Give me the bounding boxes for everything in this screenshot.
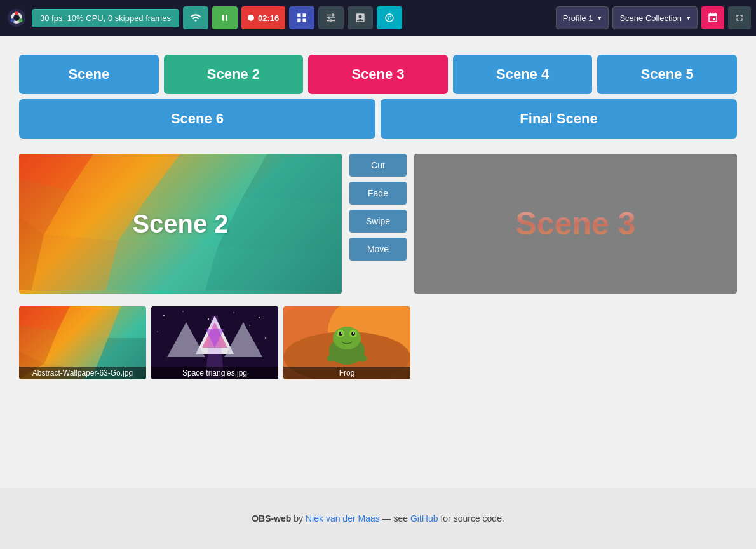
wireless-button[interactable] (183, 6, 208, 29)
plugin-button[interactable] (377, 6, 402, 29)
preview-scene2[interactable]: Scene 2 (19, 154, 342, 294)
scene-button-1[interactable]: Scene (19, 55, 159, 94)
scene-button-5[interactable]: Scene 5 (597, 55, 737, 94)
preview-area: Scene 2 Cut Fade Swipe Move Scene 3 (19, 154, 737, 294)
svg-point-41 (249, 325, 250, 326)
wireless-icon (190, 12, 201, 24)
scene-button-6[interactable]: Scene 6 (19, 99, 375, 139)
svg-point-39 (157, 331, 158, 332)
scenes-row1: Scene Scene 2 Scene 3 Scene 4 Scene 5 (19, 55, 737, 94)
svg-point-5 (19, 18, 23, 22)
profile-dropdown[interactable]: Profile 1 ▾ (556, 6, 609, 29)
svg-marker-23 (205, 247, 342, 290)
recording-button[interactable]: 02:16 (241, 6, 285, 29)
svg-point-10 (388, 18, 389, 19)
scene-button-2[interactable]: Scene 2 (164, 55, 304, 94)
scene-collection-dropdown[interactable]: Scene Collection ▾ (612, 6, 698, 29)
svg-point-40 (265, 337, 266, 339)
source-thumb-2[interactable]: Space triangles.jpg (151, 306, 278, 379)
chevron-down-icon: ▾ (598, 14, 602, 22)
transition-buttons: Cut Fade Swipe Move (349, 154, 407, 261)
svg-point-37 (233, 312, 234, 313)
scene-button-final[interactable]: Final Scene (381, 99, 737, 139)
source-thumb-1[interactable]: Abstract-Wallpaper-63-Go.jpg (19, 306, 146, 379)
svg-point-35 (182, 311, 184, 312)
source-thumb-2-label: Space triangles.jpg (151, 367, 278, 379)
footer-github-link[interactable]: GitHub (410, 513, 440, 524)
footer-by: by (294, 513, 306, 524)
svg-point-58 (353, 332, 354, 334)
footer-author: Niek van der Maas (306, 513, 380, 524)
preview-scene3[interactable]: Scene 3 (414, 154, 737, 294)
audio-mixer-button[interactable] (318, 6, 344, 29)
svg-point-11 (391, 18, 392, 20)
svg-point-4 (15, 11, 18, 15)
footer-github: GitHub (410, 513, 438, 524)
scene-button-4[interactable]: Scene 4 (453, 55, 593, 94)
sources-row: Abstract-Wallpaper-63-Go.jpg (19, 306, 737, 379)
svg-point-8 (388, 16, 389, 17)
svg-point-34 (163, 315, 165, 316)
pin-button[interactable] (701, 6, 724, 29)
svg-point-56 (351, 332, 355, 336)
source-thumb-1-label: Abstract-Wallpaper-63-Go.jpg (19, 367, 146, 379)
svg-point-52 (333, 327, 361, 349)
scene-collection-label: Scene Collection (619, 13, 682, 23)
svg-point-6 (11, 18, 15, 22)
scene-button-3[interactable]: Scene 3 (308, 55, 448, 94)
main-content: Scene Scene 2 Scene 3 Scene 4 Scene 5 Sc… (0, 36, 756, 488)
footer-obsname: OBS-web (252, 513, 291, 524)
source-thumb-3-label: Frog (283, 367, 410, 379)
obs-logo-icon (5, 6, 28, 29)
plugin-icon (384, 12, 395, 24)
fade-button[interactable]: Fade (349, 182, 407, 205)
expand-button[interactable] (728, 6, 751, 29)
preview-scene3-label: Scene 3 (515, 205, 635, 242)
topbar: 30 fps, 10% CPU, 0 skipped frames 02:16 (0, 0, 756, 36)
footer-author-link[interactable]: Niek van der Maas (306, 513, 382, 524)
recording-dot (248, 15, 254, 21)
chevron-down-icon: ▾ (687, 14, 691, 22)
svg-point-57 (341, 332, 342, 334)
svg-point-36 (208, 318, 209, 320)
grid-icon (296, 12, 307, 24)
svg-marker-21 (32, 234, 119, 290)
status-display: 30 fps, 10% CPU, 0 skipped frames (32, 9, 179, 27)
footer-after: for source code. (440, 513, 504, 524)
scenes-row2: Scene 6 Final Scene (19, 99, 737, 139)
stats-button[interactable] (348, 6, 373, 29)
grid-button[interactable] (289, 6, 314, 29)
preview-scene2-label: Scene 2 (132, 210, 228, 238)
svg-point-3 (13, 15, 20, 21)
footer-dash: — see (382, 513, 410, 524)
svg-point-38 (259, 317, 260, 318)
pause-button[interactable] (212, 6, 238, 29)
svg-marker-22 (106, 241, 218, 290)
footer: OBS-web by Niek van der Maas — see GitHu… (0, 488, 756, 549)
expand-icon (734, 13, 745, 23)
recording-time: 02:16 (258, 13, 279, 23)
source-thumb-3[interactable]: Frog (283, 306, 410, 379)
cut-button[interactable]: Cut (349, 154, 407, 177)
svg-point-55 (339, 332, 342, 336)
pause-icon (220, 13, 230, 23)
swipe-button[interactable]: Swipe (349, 210, 407, 233)
stats-icon (354, 12, 366, 24)
svg-point-9 (390, 16, 391, 17)
pin-icon (707, 12, 719, 24)
mixer-icon (325, 12, 337, 24)
profile-label: Profile 1 (563, 13, 593, 23)
svg-point-7 (386, 14, 393, 22)
move-button[interactable]: Move (349, 238, 407, 261)
